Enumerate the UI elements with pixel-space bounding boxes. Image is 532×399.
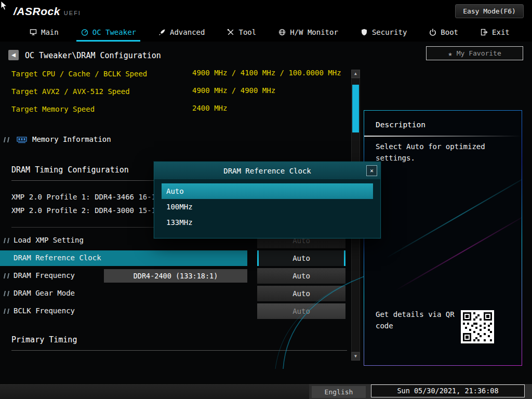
tab-label: H/W Monitor	[290, 28, 338, 36]
nav-bar: Main OC Tweaker Advanced Tool H/W Monito…	[0, 23, 532, 42]
setting-label: DRAM Frequency	[14, 271, 75, 280]
scroll-up-button[interactable]: ▲	[351, 70, 360, 78]
setting-label: DRAM Reference Clock	[14, 254, 101, 262]
divider	[364, 136, 522, 137]
tab-label: Security	[372, 28, 407, 36]
item-marker	[4, 309, 9, 314]
tab-label: Tool	[238, 28, 256, 36]
modal-title: DRAM Reference Clock	[223, 167, 311, 175]
target-avx-row: Target AVX2 / AVX-512 Speed 4900 MHz / 4…	[11, 86, 347, 97]
rocket-icon	[158, 28, 166, 36]
asrock-logo: /ASRock UEFI	[14, 5, 81, 18]
primary-timing-section-title: Primary Timing	[11, 335, 77, 344]
qr-code	[461, 310, 494, 343]
setting-row-dram-gear-mode[interactable]: DRAM Gear Mode Auto	[0, 286, 351, 301]
language-button[interactable]: English	[312, 386, 366, 398]
asrock-wordmark: /ASRock	[14, 5, 60, 18]
dram-reference-clock-value-button[interactable]: Auto	[257, 250, 345, 266]
item-marker	[4, 238, 9, 243]
scroll-down-button[interactable]: ▼	[351, 352, 360, 361]
globe-icon	[278, 28, 286, 36]
setting-label: Load XMP Setting	[14, 236, 84, 244]
tab-label: OC Tweaker	[92, 28, 136, 36]
target-value: 4900 MHz / 4100 MHz / 100.0000 MHz	[192, 69, 341, 77]
tab-advanced[interactable]: Advanced	[158, 23, 205, 42]
tab-exit[interactable]: Exit	[480, 23, 510, 42]
modal-title-bar: DRAM Reference Clock ✕	[154, 162, 380, 179]
tab-oc-tweaker[interactable]: OC Tweaker	[81, 23, 136, 42]
dram-frequency-detail: DDR4-2400 (133:18:1)	[104, 269, 247, 283]
qr-label: Get details via QR code	[376, 309, 463, 331]
memory-information-label: Memory Information	[32, 135, 111, 143]
tab-main[interactable]: Main	[29, 23, 59, 42]
wrench-icon	[227, 28, 235, 36]
target-label: Target Memory Speed	[11, 105, 95, 113]
bios-screen: /ASRock UEFI Easy Mode(F6) Main OC Tweak…	[0, 0, 532, 399]
memory-icon	[17, 136, 27, 147]
decorative-line	[395, 212, 522, 290]
setting-label: BCLK Frequency	[14, 307, 75, 315]
tab-boot[interactable]: Boot	[429, 23, 458, 42]
description-panel: Description Select Auto for optimized se…	[364, 110, 522, 366]
star-icon: ★	[448, 49, 452, 58]
power-icon	[429, 28, 437, 36]
decorative-line	[386, 172, 522, 258]
item-marker	[4, 291, 9, 296]
scrollbar-thumb[interactable]	[352, 85, 359, 132]
uefi-label: UEFI	[64, 10, 81, 16]
tab-label: Boot	[441, 28, 458, 36]
tab-hw-monitor[interactable]: H/W Monitor	[278, 23, 338, 42]
target-value: 4900 MHz / 4900 MHz	[192, 86, 275, 95]
top-bar: /ASRock UEFI Easy Mode(F6)	[0, 0, 532, 23]
my-favorite-label: My Favorite	[457, 49, 501, 57]
target-label: Target AVX2 / AVX-512 Speed	[11, 87, 130, 96]
breadcrumb: OC Tweaker\DRAM Configuration	[25, 51, 161, 60]
xmp-profile-1: XMP 2.0 Profile 1: DDR4-3466 16-18	[11, 193, 161, 201]
bottom-bar: English Sun 05/30/2021, 21:36:08	[0, 383, 532, 399]
dram-frequency-value-button[interactable]: Auto	[257, 268, 345, 284]
tab-label: Main	[41, 28, 59, 36]
setting-row-bclk-frequency[interactable]: BCLK Frequency Auto	[0, 303, 351, 319]
target-memory-row: Target Memory Speed 2400 MHz	[11, 104, 347, 114]
description-text: Select Auto for optimized settings.	[376, 141, 512, 164]
memory-information-item[interactable]: Memory Information	[0, 134, 351, 147]
modal-options: Auto 100MHz 133MHz	[162, 183, 373, 230]
xmp-profile-2: XMP 2.0 Profile 2: DDR4-3000 15-17	[11, 206, 161, 215]
description-title: Description	[376, 121, 425, 129]
target-cpu-row: Target CPU / Cache / BCLK Speed 4900 MHz…	[11, 69, 347, 79]
datetime-display: Sun 05/30/2021, 21:36:08	[371, 384, 525, 397]
shield-icon	[360, 28, 368, 36]
easy-mode-button[interactable]: Easy Mode(F6)	[455, 4, 524, 18]
modal-option-100mhz[interactable]: 100MHz	[162, 199, 373, 215]
dram-gear-mode-value-button[interactable]: Auto	[257, 286, 345, 301]
my-favorite-button[interactable]: ★ My Favorite	[426, 46, 523, 60]
tab-tool[interactable]: Tool	[227, 23, 256, 42]
back-button[interactable]: ◀	[8, 50, 19, 60]
target-label: Target CPU / Cache / BCLK Speed	[11, 70, 147, 78]
bclk-frequency-value-button[interactable]: Auto	[257, 303, 345, 319]
setting-row-dram-frequency[interactable]: DRAM Frequency DDR4-2400 (133:18:1) Auto	[0, 268, 351, 284]
tab-security[interactable]: Security	[360, 23, 407, 42]
monitor-icon	[29, 28, 37, 36]
dram-timing-section-title: DRAM Timing Configuration	[11, 165, 129, 175]
dram-reference-clock-dialog: DRAM Reference Clock ✕ Auto 100MHz 133MH…	[154, 162, 381, 238]
close-icon[interactable]: ✕	[366, 165, 377, 176]
exit-door-icon	[480, 28, 488, 36]
divider	[11, 350, 347, 351]
item-marker	[4, 137, 9, 142]
target-value: 2400 MHz	[192, 104, 227, 112]
setting-label: DRAM Gear Mode	[14, 289, 75, 297]
gauge-icon	[81, 28, 89, 36]
setting-row-dram-reference-clock[interactable]: DRAM Reference Clock Auto	[0, 250, 351, 266]
item-marker	[4, 273, 9, 278]
modal-option-133mhz[interactable]: 133MHz	[162, 215, 373, 230]
tab-label: Advanced	[170, 28, 205, 36]
tab-label: Exit	[492, 28, 510, 36]
modal-option-auto[interactable]: Auto	[162, 183, 373, 199]
